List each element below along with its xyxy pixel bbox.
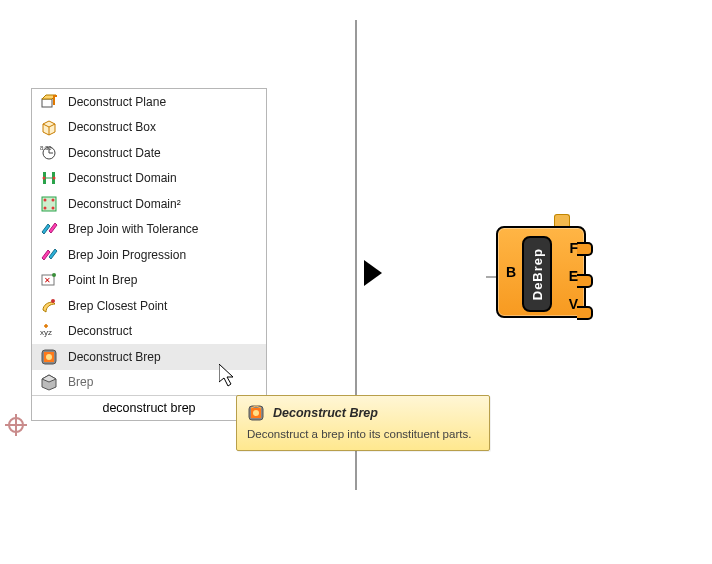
search-result-label: Deconstruct <box>68 324 258 338</box>
grasshopper-component[interactable]: B F E V DeBrep <box>496 226 586 318</box>
search-result-label: Deconstruct Date <box>68 146 258 160</box>
deconstruct-brep-icon <box>247 404 265 422</box>
svg-point-8 <box>44 198 47 201</box>
canvas-origin-marker <box>5 414 27 436</box>
brep-join-tol-icon <box>40 220 58 238</box>
search-input[interactable] <box>40 400 258 416</box>
brep-icon <box>40 373 58 391</box>
svg-rect-0 <box>42 99 52 107</box>
search-result-label: Deconstruct Brep <box>68 350 258 364</box>
svg-point-5 <box>43 177 46 180</box>
search-result-label: Deconstruct Plane <box>68 95 258 109</box>
play-arrow-icon <box>364 260 382 286</box>
svg-point-15 <box>51 299 55 303</box>
point-in-brep-icon: ✕ <box>40 271 58 289</box>
search-result-item[interactable]: ✕Point In Brep <box>32 268 266 294</box>
svg-point-14 <box>52 273 56 277</box>
component-output-ports <box>577 242 593 320</box>
svg-text:✕: ✕ <box>44 276 51 285</box>
svg-point-9 <box>52 198 55 201</box>
deconstruct-domain-icon <box>40 169 58 187</box>
svg-text:xyz: xyz <box>40 328 52 337</box>
component-name-pill: DeBrep <box>522 236 552 312</box>
search-result-label: Deconstruct Box <box>68 120 258 134</box>
search-result-item[interactable]: Brep Closest Point <box>32 293 266 319</box>
search-result-label: Deconstruct Domain <box>68 171 258 185</box>
search-result-item[interactable]: Deconstruct Plane <box>32 89 266 115</box>
brep-join-prog-icon <box>40 246 58 264</box>
component-name-label: DeBrep <box>530 248 545 300</box>
output-label-f: F <box>569 240 578 256</box>
svg-point-10 <box>44 206 47 209</box>
search-result-item[interactable]: 8:30Deconstruct Date <box>32 140 266 166</box>
search-result-item[interactable]: Brep <box>32 370 266 396</box>
tooltip: Deconstruct Brep Deconstruct a brep into… <box>236 395 490 451</box>
component-search-popup: Deconstruct PlaneDeconstruct Box8:30Deco… <box>31 88 267 421</box>
component-output-labels: F E V <box>569 240 578 312</box>
output-port-f[interactable] <box>577 242 593 256</box>
search-result-item[interactable]: Deconstruct Domain <box>32 166 266 192</box>
svg-point-18 <box>46 354 52 360</box>
svg-point-6 <box>53 177 56 180</box>
deconstruct-box-icon <box>40 118 58 136</box>
deconstruct-brep-icon <box>40 348 58 366</box>
deconstruct-domain2-icon <box>40 195 58 213</box>
search-result-item[interactable]: Deconstruct Box <box>32 115 266 141</box>
svg-text:8:30: 8:30 <box>40 145 52 151</box>
tooltip-title: Deconstruct Brep <box>273 406 378 420</box>
svg-point-11 <box>52 206 55 209</box>
search-result-label: Brep <box>68 375 258 389</box>
search-result-label: Deconstruct Domain² <box>68 197 258 211</box>
component-body[interactable]: B F E V DeBrep <box>496 226 586 318</box>
output-port-v[interactable] <box>577 306 593 320</box>
deconstruct-date-icon: 8:30 <box>40 144 58 162</box>
brep-closest-point-icon <box>40 297 58 315</box>
search-result-label: Brep Join with Tolerance <box>68 222 258 236</box>
search-bar <box>32 395 266 420</box>
component-input-label: B <box>506 264 516 280</box>
tooltip-description: Deconstruct a brep into its constituent … <box>247 428 477 440</box>
output-port-e[interactable] <box>577 274 593 288</box>
search-result-item[interactable]: Deconstruct Domain² <box>32 191 266 217</box>
output-label-v: V <box>569 296 578 312</box>
search-result-label: Brep Closest Point <box>68 299 258 313</box>
deconstruct-plane-icon <box>40 93 58 111</box>
search-result-label: Point In Brep <box>68 273 258 287</box>
search-result-item[interactable]: xyzDeconstruct <box>32 319 266 345</box>
search-result-item[interactable]: Brep Join with Tolerance <box>32 217 266 243</box>
search-result-item[interactable]: Deconstruct Brep <box>32 344 266 370</box>
search-result-label: Brep Join Progression <box>68 248 258 262</box>
deconstruct-icon: xyz <box>40 322 58 340</box>
svg-point-22 <box>253 410 259 416</box>
search-results-list: Deconstruct PlaneDeconstruct Box8:30Deco… <box>32 89 266 395</box>
search-result-item[interactable]: Brep Join Progression <box>32 242 266 268</box>
output-label-e: E <box>569 268 578 284</box>
